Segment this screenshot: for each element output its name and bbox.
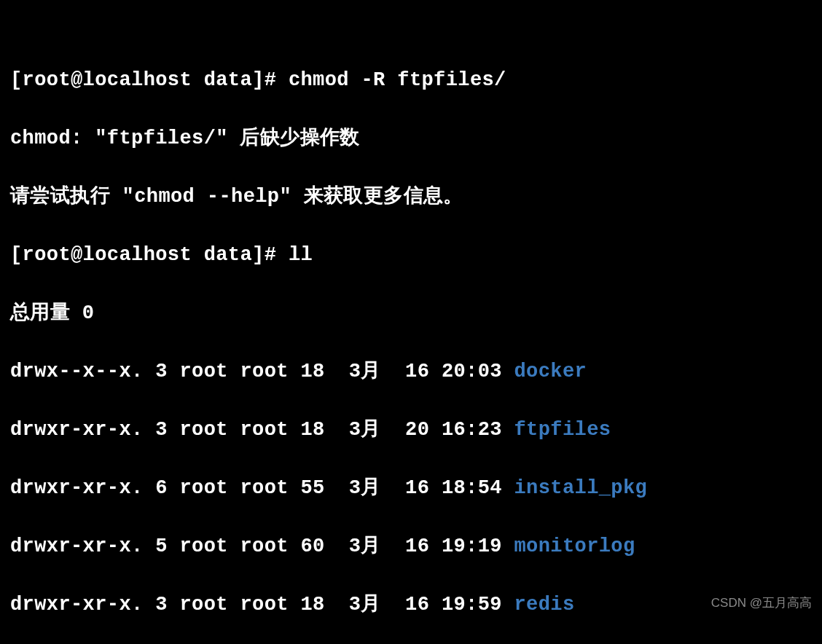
file-metadata: drwxr-xr-x. 3 root root 18 3月 20 16:23 <box>10 419 514 441</box>
prompt-line-1: [root@localhost data]# chmod -R ftpfiles… <box>10 66 812 95</box>
command-input[interactable]: ll <box>289 244 313 266</box>
command-input[interactable]: chmod -R ftpfiles/ <box>289 69 506 91</box>
directory-name: install_pkg <box>514 477 648 499</box>
listing-row: drwxr-xr-x. 6 root root 55 3月 16 18:54 i… <box>10 474 812 503</box>
directory-name: redis <box>514 594 575 616</box>
listing-row: drwx--x--x. 3 root root 18 3月 16 20:03 d… <box>10 357 812 386</box>
file-metadata: drwxr-xr-x. 3 root root 18 3月 16 19:59 <box>10 594 514 616</box>
error-line-1: chmod: "ftpfiles/" 后缺少操作数 <box>10 124 812 153</box>
directory-name: monitorlog <box>514 535 635 557</box>
file-metadata: drwxr-xr-x. 5 root root 60 3月 16 19:19 <box>10 535 514 557</box>
shell-prompt: [root@localhost data]# <box>10 69 289 91</box>
directory-name: ftpfiles <box>514 419 611 441</box>
prompt-line-2: [root@localhost data]# ll <box>10 240 812 270</box>
watermark-text: CSDN @五月高高 <box>711 589 812 618</box>
terminal-window[interactable]: [root@localhost data]# chmod -R ftpfiles… <box>0 0 822 644</box>
file-metadata: drwx--x--x. 3 root root 18 3月 16 20:03 <box>10 361 514 382</box>
listing-row: drwxr-xr-x. 3 root root 18 3月 16 19:59 r… <box>10 590 812 619</box>
shell-prompt: [root@localhost data]# <box>10 244 289 266</box>
total-line-1: 总用量 0 <box>10 299 812 328</box>
file-metadata: drwxr-xr-x. 6 root root 55 3月 16 18:54 <box>10 477 514 499</box>
listing-row: drwxr-xr-x. 3 root root 18 3月 20 16:23 f… <box>10 415 812 444</box>
directory-name: docker <box>514 361 587 382</box>
listing-row: drwxr-xr-x. 5 root root 60 3月 16 19:19 m… <box>10 532 812 561</box>
error-line-2: 请尝试执行 "chmod --help" 来获取更多信息。 <box>10 182 812 211</box>
